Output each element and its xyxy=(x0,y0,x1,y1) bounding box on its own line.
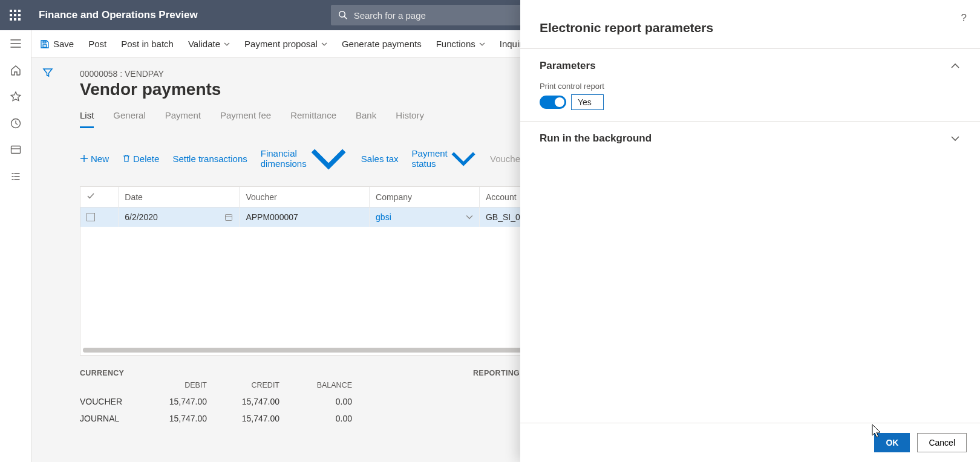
workspace-icon[interactable] xyxy=(10,144,22,156)
svg-rect-2 xyxy=(226,215,232,221)
delete-row-button[interactable]: Delete xyxy=(122,154,159,164)
journal-total-row: JOURNAL15,747.0015,747.000.00 xyxy=(80,406,352,423)
ok-button[interactable]: OK xyxy=(874,433,910,452)
svg-rect-1 xyxy=(11,146,20,154)
save-button[interactable]: Save xyxy=(40,39,74,49)
save-label: Save xyxy=(53,39,74,49)
save-icon xyxy=(40,39,50,49)
print-control-label: Print control report xyxy=(540,82,961,91)
report-parameters-panel: ? Electronic report parameters Parameter… xyxy=(520,0,980,462)
run-in-background-header[interactable]: Run in the background xyxy=(540,132,961,145)
chevron-down-icon xyxy=(450,145,477,172)
generate-payments-button[interactable]: Generate payments xyxy=(342,39,422,49)
currency-heading: CURRENCY xyxy=(80,369,352,377)
sales-tax-button[interactable]: Sales tax xyxy=(361,154,399,164)
cell-date[interactable]: 6/2/2020 xyxy=(119,207,240,227)
waffle-icon xyxy=(10,10,21,21)
calendar-icon xyxy=(224,213,233,221)
functions-menu[interactable]: Functions xyxy=(436,39,485,49)
post-button[interactable]: Post xyxy=(88,39,106,49)
modules-list-icon[interactable] xyxy=(10,171,22,183)
chevron-down-icon xyxy=(224,41,230,47)
filter-pane-toggle[interactable] xyxy=(31,58,64,87)
column-company[interactable]: Company xyxy=(370,187,480,207)
favorite-star-icon[interactable] xyxy=(10,91,22,103)
currency-totals: CURRENCY DEBITCREDITBALANCE VOUCHER15,74… xyxy=(80,369,352,423)
checkbox-icon xyxy=(87,213,95,221)
print-control-value[interactable]: Yes xyxy=(571,94,604,110)
recent-clock-icon[interactable] xyxy=(10,117,22,129)
parameters-header[interactable]: Parameters xyxy=(540,60,961,72)
print-control-toggle[interactable] xyxy=(540,96,566,109)
panel-footer: OK Cancel xyxy=(520,423,980,462)
chevron-up-icon xyxy=(950,60,961,71)
payment-proposal-menu[interactable]: Payment proposal xyxy=(244,39,327,49)
voucher-button[interactable]: Voucher xyxy=(490,154,523,164)
app-title: Finance and Operations Preview xyxy=(39,9,198,21)
tab-payment[interactable]: Payment xyxy=(165,110,201,128)
panel-title: Electronic report parameters xyxy=(520,0,980,48)
trash-icon xyxy=(122,154,131,163)
checkmark-icon xyxy=(87,192,95,200)
column-date[interactable]: Date xyxy=(119,187,240,207)
tab-payment-fee[interactable]: Payment fee xyxy=(220,110,271,128)
parameters-section: Parameters Print control report Yes xyxy=(520,48,980,121)
help-icon[interactable]: ? xyxy=(961,12,967,24)
column-voucher[interactable]: Voucher xyxy=(240,187,370,207)
chevron-down-icon xyxy=(479,41,485,47)
validate-menu[interactable]: Validate xyxy=(188,39,230,49)
voucher-total-row: VOUCHER15,747.0015,747.000.00 xyxy=(80,389,352,406)
left-nav-rail xyxy=(0,30,31,462)
tab-remittance[interactable]: Remittance xyxy=(290,110,336,128)
row-checkbox[interactable] xyxy=(80,207,119,227)
tab-general[interactable]: General xyxy=(113,110,145,128)
search-placeholder: Search for a page xyxy=(354,10,426,21)
search-icon xyxy=(338,10,348,20)
home-icon[interactable] xyxy=(10,64,22,76)
financial-dimensions-menu[interactable]: Financial dimensions xyxy=(261,139,348,178)
settle-transactions-button[interactable]: Settle transactions xyxy=(172,154,247,164)
chevron-down-icon xyxy=(309,139,348,178)
chevron-down-icon xyxy=(950,133,961,144)
cancel-button[interactable]: Cancel xyxy=(917,433,967,452)
new-row-button[interactable]: New xyxy=(80,154,109,164)
payment-status-menu[interactable]: Payment status xyxy=(412,145,477,172)
cell-voucher[interactable]: APPM000007 xyxy=(240,207,370,227)
chevron-down-icon xyxy=(321,41,327,47)
post-batch-button[interactable]: Post in batch xyxy=(121,39,174,49)
run-in-background-section: Run in the background xyxy=(520,121,980,155)
chevron-down-icon xyxy=(466,213,473,221)
tab-history[interactable]: History xyxy=(396,110,424,128)
tab-bank[interactable]: Bank xyxy=(356,110,376,128)
column-select[interactable] xyxy=(80,187,119,207)
plus-icon xyxy=(80,154,88,163)
filter-icon xyxy=(42,67,54,79)
tab-list[interactable]: List xyxy=(80,110,94,128)
hamburger-icon[interactable] xyxy=(10,37,22,50)
cell-company[interactable]: gbsi xyxy=(370,207,480,227)
app-launcher-button[interactable] xyxy=(0,0,30,30)
